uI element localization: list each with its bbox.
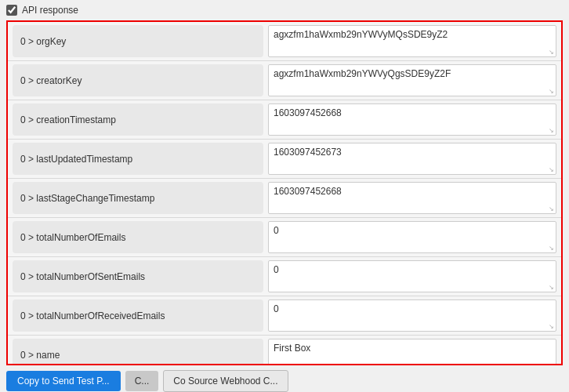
table-row: 0 > creatorKey↘ [8,61,561,100]
field-key-8: 0 > name [13,339,263,365]
field-value-8[interactable] [268,339,556,365]
top-bar: API response [0,0,569,20]
field-value-7[interactable] [268,299,556,332]
primary-button[interactable]: Copy to Send Test P... [6,371,121,391]
api-response-container[interactable]: 0 > orgKey↘0 > creatorKey↘0 > creationTi… [6,20,563,365]
api-response-checkbox[interactable] [6,5,17,16]
table-row: 0 > totalNumberOfSentEmails↘ [8,257,561,296]
field-key-5: 0 > totalNumberOfEmails [13,221,263,253]
field-value-5[interactable] [268,221,556,253]
field-value-4[interactable] [268,182,556,214]
field-value-0[interactable] [268,25,556,57]
table-row: 0 > orgKey↘ [8,22,561,61]
tertiary-button[interactable]: Co Source Webhood C... [163,370,288,392]
secondary-button[interactable]: C... [125,371,159,391]
field-key-1: 0 > creatorKey [13,64,263,96]
bottom-buttons: Copy to Send Test P... C... Co Source We… [0,365,569,392]
field-key-6: 0 > totalNumberOfSentEmails [13,260,263,292]
field-value-1[interactable] [268,64,556,96]
field-value-3[interactable] [268,143,556,175]
table-row: 0 > totalNumberOfReceivedEmails↘ [8,296,561,336]
field-value-2[interactable] [268,103,556,136]
field-key-0: 0 > orgKey [13,25,263,57]
table-row: 0 > creationTimestamp↘ [8,100,561,140]
field-value-6[interactable] [268,260,556,292]
table-row: 0 > lastUpdatedTimestamp↘ [8,140,561,179]
table-row: 0 > name↘ [8,336,561,365]
field-key-3: 0 > lastUpdatedTimestamp [13,143,263,175]
field-key-4: 0 > lastStageChangeTimestamp [13,182,263,214]
table-row: 0 > lastStageChangeTimestamp↘ [8,179,561,218]
field-key-2: 0 > creationTimestamp [13,103,263,136]
table-row: 0 > totalNumberOfEmails↘ [8,218,561,257]
api-response-label: API response [22,5,78,16]
field-key-7: 0 > totalNumberOfReceivedEmails [13,299,263,332]
